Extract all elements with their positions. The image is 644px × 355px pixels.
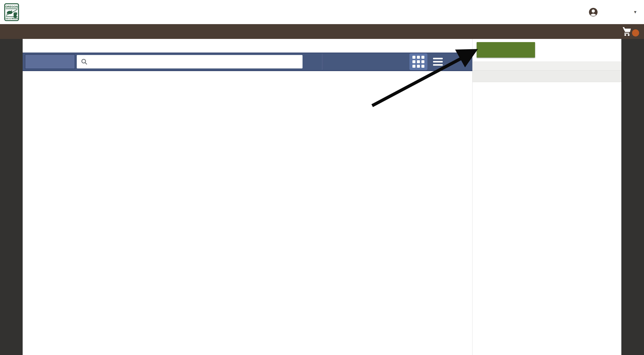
cart-button[interactable] [622,26,639,36]
category-dropdown[interactable] [25,54,75,69]
secondary-bar [0,24,644,39]
search-icon [81,58,88,65]
filter-divider [322,54,322,70]
breadcrumb [23,39,472,52]
cart-actions [472,39,621,61]
filter-bar [23,52,472,71]
header-nav: ▼ [567,8,644,16]
cart-subtotal [472,70,621,82]
main-content [23,39,472,355]
search-input[interactable] [90,58,296,65]
top-header: OREGON Fish & Wildlife ▼ [0,0,644,24]
cart-panel [472,39,621,355]
account-icon[interactable] [589,8,598,16]
account-chevron-down-icon[interactable]: ▼ [633,10,637,14]
odfw-logo-icon: OREGON Fish & Wildlife [4,3,19,21]
cart-count-badge [632,29,639,36]
odfw-licensing-app: OREGON Fish & Wildlife ▼ [0,0,644,355]
cart-header [472,61,621,70]
search-box [77,55,302,68]
list-view-button[interactable] [433,58,443,66]
grid-view-icon [412,56,424,68]
svg-text:Fish & Wildlife: Fish & Wildlife [4,17,19,20]
proceed-to-checkout-button[interactable] [477,42,535,58]
list-view-icon [433,58,443,59]
cart-icon [622,26,632,36]
svg-text:OREGON: OREGON [6,5,18,8]
grid-view-button[interactable] [410,53,428,70]
